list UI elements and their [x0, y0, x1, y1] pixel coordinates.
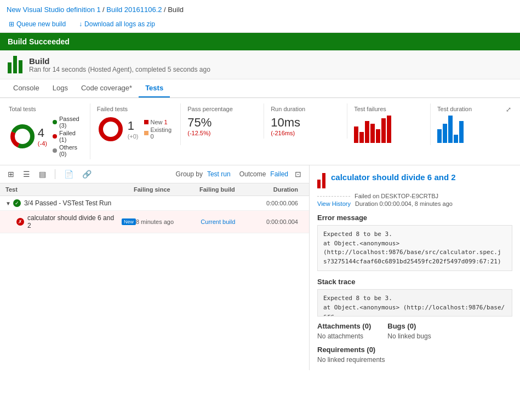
- bugs-value: No linked bugs: [387, 332, 431, 340]
- legend-passed-label: Passed (3): [59, 116, 83, 129]
- detail-header: calculator should divide 6 and 2: [317, 172, 512, 188]
- stat-pass-percentage: Pass percentage 75% (-12.5%): [181, 103, 264, 139]
- expand-row-icon[interactable]: ▼: [5, 200, 11, 206]
- table-header: Test Failing since Failing build Duratio…: [0, 183, 309, 196]
- col-header-test: Test: [5, 186, 134, 193]
- attachments-section: Attachments (0) No attachments: [317, 322, 371, 340]
- detail-title: calculator should divide 6 and 2: [331, 172, 456, 183]
- stat-failed-tests: Failed tests 1 (+0) New 1 Existing: [90, 103, 181, 145]
- stack-trace-box: Expected 8 to be 3. at Object.<anonymous…: [317, 289, 512, 317]
- table-row[interactable]: ▼ ✓ 3/4 Passed - VSTest Test Run 0:00:00…: [0, 196, 309, 211]
- group-toggle-button[interactable]: ☰: [21, 169, 32, 180]
- stats-row: Total tests 4 (-4) Pass: [0, 98, 520, 165]
- stat-total-tests: Total tests 4 (-4) Pass: [7, 103, 90, 159]
- attachments-title: Attachments (0): [317, 322, 371, 330]
- tab-code-coverage[interactable]: Code coverage*: [75, 79, 139, 97]
- test-duration-chart: [437, 116, 507, 143]
- test-failures-chart: [354, 116, 424, 143]
- group-row-duration: 0:00:00.006: [254, 200, 304, 206]
- error-message-title: Error message: [317, 214, 512, 222]
- groupby-dropdown[interactable]: Test run: [207, 170, 231, 178]
- stat-test-failures: Test failures: [347, 103, 431, 145]
- download-logs-button[interactable]: ↓ Download all logs as zip: [77, 19, 157, 29]
- group-row-label: 3/4 Passed - VSTest Test Run: [24, 199, 111, 207]
- divider-line: [317, 196, 350, 197]
- status-banner: Build Succeeded: [0, 33, 520, 50]
- total-tests-donut: [9, 123, 32, 150]
- col-header-dur: Duration: [254, 186, 304, 193]
- outcome-dropdown[interactable]: Failed: [270, 170, 288, 178]
- stat-run-duration: Run duration 10ms (-216ms): [264, 103, 347, 139]
- test-toolbar: ⊞ ☰ ▤ 📄 🔗 Group by Test run Outcome Fail…: [0, 165, 309, 183]
- total-tests-number: 4: [38, 126, 47, 140]
- legend-passed-dot: [53, 120, 57, 124]
- pass-percentage-value: 75%: [187, 116, 257, 130]
- tab-tests[interactable]: Tests: [139, 79, 170, 97]
- breadcrumb: New Visual Studio definition 1 / Build 2…: [0, 0, 520, 16]
- main-content: ⊞ ☰ ▤ 📄 🔗 Group by Test run Outcome Fail…: [0, 165, 520, 370]
- build-info: Build Ran for 14 seconds (Hosted Agent),…: [0, 50, 520, 79]
- legend-failed-label: Failed (1): [59, 130, 83, 143]
- right-panel: calculator should divide 6 and 2 Failed …: [310, 165, 520, 370]
- filter-button[interactable]: ▤: [37, 169, 48, 180]
- pass-percentage-change: (-12.5%): [187, 130, 257, 136]
- view-history-link[interactable]: View History: [317, 200, 351, 207]
- queue-icon: ⊞: [9, 20, 14, 28]
- breadcrumb-current: Build: [168, 5, 184, 14]
- attachments-bugs-row: Attachments (0) No attachments Bugs (0) …: [317, 322, 512, 340]
- breadcrumb-link-1[interactable]: New Visual Studio definition 1: [7, 5, 101, 14]
- add-test-button[interactable]: ⊞: [5, 169, 16, 180]
- expand-button[interactable]: ⤢: [506, 106, 511, 113]
- toolbar: ⊞ Queue new build ↓ Download all logs as…: [0, 16, 520, 33]
- test-pass-icon: ✓: [13, 199, 21, 207]
- error-message-box: Expected 8 to be 3. at Object.<anonymous…: [317, 225, 512, 271]
- stat-test-duration: ⤢ Test duration: [431, 103, 513, 145]
- bugs-section: Bugs (0) No linked bugs: [387, 322, 431, 340]
- test-new-badge: New: [122, 218, 136, 225]
- legend-others-dot: [53, 148, 57, 153]
- table-row[interactable]: ✗ calculator should divide 6 and 2 New 8…: [0, 211, 309, 233]
- failed-tests-breakdown: New 1 Existing 0: [144, 119, 174, 140]
- requirements-title: Requirements (0): [317, 346, 512, 354]
- test-legend: Passed (3) Failed (1) Others (0): [53, 116, 83, 157]
- left-panel: ⊞ ☰ ▤ 📄 🔗 Group by Test run Outcome Fail…: [0, 165, 310, 370]
- download-icon: ↓: [79, 20, 82, 28]
- separator-1: [55, 169, 55, 179]
- failed-tests-change: (+0): [128, 133, 139, 140]
- build-icon: [8, 56, 22, 73]
- legend-others-label: Others (0): [59, 144, 83, 157]
- requirements-value: No linked requirements: [317, 356, 512, 364]
- column-settings-button[interactable]: 📄: [62, 169, 76, 180]
- attachments-value: No attachments: [317, 332, 371, 340]
- svg-point-4: [101, 119, 121, 139]
- tab-console[interactable]: Console: [7, 79, 46, 97]
- test-row-build[interactable]: Current build: [201, 218, 255, 225]
- build-subtitle: Ran for 14 seconds (Hosted Agent), compl…: [29, 66, 210, 73]
- total-tests-change: (-4): [38, 140, 47, 147]
- test-row-duration: 0:00:00.004: [255, 218, 304, 225]
- bugs-title: Bugs (0): [387, 322, 431, 330]
- test-row-name[interactable]: calculator should divide 6 and 2: [27, 214, 118, 229]
- legend-failed-dot: [53, 134, 57, 139]
- tab-logs[interactable]: Logs: [46, 79, 75, 97]
- test-fail-icon: ✗: [16, 218, 24, 226]
- failed-tests-number: 1: [128, 119, 139, 133]
- run-duration-value: 10ms: [271, 116, 340, 130]
- requirements-section: Requirements (0) No linked requirements: [317, 346, 512, 364]
- queue-build-button[interactable]: ⊞ Queue new build: [7, 19, 68, 29]
- stack-trace-text: Expected 8 to be 3. at Object.<anonymous…: [323, 294, 506, 317]
- failed-tests-donut: [97, 116, 122, 143]
- detail-duration: Duration 0:00:00.004, 8 minutes ago: [355, 200, 453, 207]
- tabs: Console Logs Code coverage* Tests: [0, 79, 520, 98]
- link-button[interactable]: 🔗: [80, 169, 94, 180]
- test-row-since: 8 minutes ago: [136, 218, 201, 225]
- detail-failed-on: Failed on DESKTOP-E9CRTBJ: [355, 193, 438, 199]
- build-title: Build: [29, 56, 210, 66]
- col-header-since: Failing since: [134, 186, 199, 193]
- layout-toggle-button[interactable]: ⊡: [293, 169, 304, 180]
- run-duration-change: (-216ms): [271, 130, 340, 136]
- breadcrumb-link-2[interactable]: Build 20161106.2: [106, 5, 162, 14]
- stack-trace-title: Stack trace: [317, 278, 512, 286]
- error-message-text: Expected 8 to be 3. at Object.<anonymous…: [323, 230, 506, 266]
- col-header-build: Failing build: [199, 186, 254, 193]
